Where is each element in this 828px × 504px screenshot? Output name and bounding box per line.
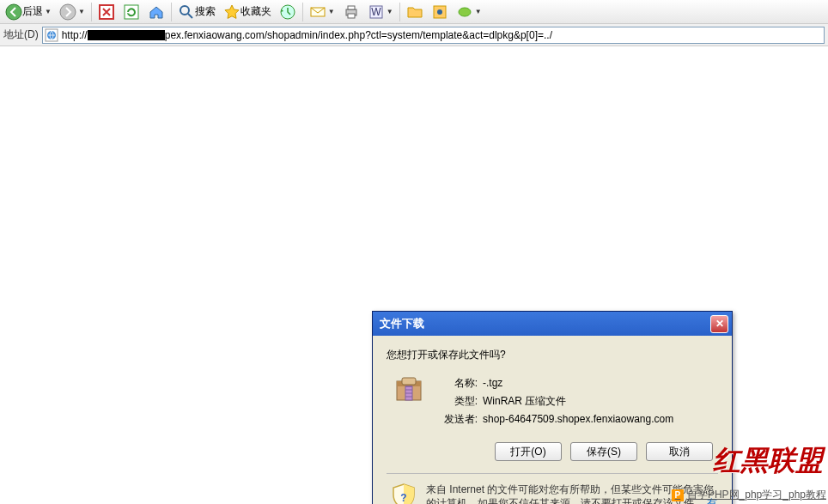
address-bar: 地址(D) http://pex.fenxiaowang.com/shopadm…: [0, 24, 828, 46]
sender-value: shop-64647509.shopex.fenxiaowang.com: [483, 410, 673, 428]
svg-point-0: [6, 4, 21, 20]
svg-rect-9: [348, 14, 355, 18]
folder-icon: [406, 3, 423, 21]
save-button[interactable]: 保存(S): [570, 442, 637, 461]
php-icon: P: [672, 489, 684, 501]
shield-warning-icon: ?: [390, 483, 417, 504]
type-label: 类型:: [436, 392, 478, 410]
footer-link[interactable]: P 自学PHP网_php学习_php教程: [672, 488, 826, 502]
forward-icon: [59, 3, 76, 21]
dropdown-icon: ▼: [475, 8, 482, 15]
dialog-buttons: 打开(O) 保存(S) 取消: [387, 442, 718, 461]
svg-text:W: W: [371, 6, 381, 18]
warning-section: ? 来自 Internet 的文件可能对您有所帮助，但某些文件可能危害您的计算机…: [387, 473, 718, 504]
leaf-icon: [456, 3, 473, 21]
stop-icon: [98, 3, 115, 21]
svg-rect-8: [348, 6, 355, 9]
svg-rect-20: [402, 378, 416, 385]
close-button[interactable]: ✕: [710, 315, 728, 333]
svg-point-4: [180, 6, 189, 15]
svg-point-1: [60, 4, 76, 20]
tool-icon: [431, 3, 448, 21]
svg-rect-3: [125, 5, 138, 19]
print-button[interactable]: [339, 2, 363, 22]
type-value: WinRAR 压缩文件: [483, 392, 566, 410]
history-icon: [279, 3, 296, 21]
url-prefix: http://: [62, 29, 88, 41]
name-value: -.tgz: [483, 374, 502, 392]
stop-button[interactable]: [94, 2, 119, 22]
plugin-button[interactable]: ▼: [453, 2, 485, 22]
tool-button[interactable]: [428, 2, 452, 22]
url-redacted: [88, 30, 165, 40]
home-icon: [148, 3, 165, 21]
svg-point-13: [437, 9, 442, 15]
folder-button[interactable]: [403, 2, 427, 22]
svg-point-14: [459, 8, 471, 16]
url-text: pex.fenxiaowang.com/shopadmin/index.php?…: [165, 29, 552, 41]
dropdown-icon: ▼: [45, 8, 52, 15]
sender-label: 发送者:: [436, 410, 478, 428]
search-icon: [178, 3, 195, 21]
ie-page-icon: [45, 28, 58, 42]
svg-text:?: ?: [400, 492, 406, 504]
browser-toolbar: 后退 ▼ ▼ 搜索 收藏夹 ▼ W▼ ▼: [0, 0, 828, 24]
back-label: 后退: [22, 4, 43, 19]
refresh-icon: [123, 3, 140, 21]
winrar-icon: [393, 374, 424, 405]
page-content: 文件下载 ✕ 您想打开或保存此文件吗? 名称:-.tgz 类型:WinRAR 压…: [0, 46, 828, 504]
back-icon: [5, 3, 22, 21]
download-dialog: 文件下载 ✕ 您想打开或保存此文件吗? 名称:-.tgz 类型:WinRAR 压…: [372, 311, 733, 504]
refresh-button[interactable]: [119, 2, 143, 22]
favorites-label: 收藏夹: [240, 4, 271, 19]
footer-link-text: 自学PHP网_php学习_php教程: [687, 488, 826, 502]
favorites-button[interactable]: 收藏夹: [220, 2, 275, 22]
edit-button[interactable]: W▼: [364, 2, 397, 22]
address-input[interactable]: http://pex.fenxiaowang.com/shopadmin/ind…: [42, 27, 825, 44]
mail-icon: [309, 3, 326, 21]
dialog-title: 文件下载: [376, 316, 424, 331]
file-fields: 名称:-.tgz 类型:WinRAR 压缩文件 发送者:shop-6464750…: [436, 374, 718, 428]
edit-icon: W: [368, 3, 385, 21]
back-button[interactable]: 后退 ▼: [2, 2, 55, 22]
search-label: 搜索: [195, 4, 216, 19]
forward-button[interactable]: ▼: [56, 2, 88, 22]
dialog-titlebar[interactable]: 文件下载 ✕: [373, 312, 732, 336]
search-button[interactable]: 搜索: [174, 2, 219, 22]
home-button[interactable]: [144, 2, 168, 22]
open-button[interactable]: 打开(O): [495, 442, 562, 461]
mail-button[interactable]: ▼: [306, 2, 338, 22]
dropdown-icon: ▼: [78, 8, 85, 15]
dropdown-icon: ▼: [328, 8, 335, 15]
star-icon: [223, 3, 240, 21]
name-label: 名称:: [436, 374, 478, 392]
address-label: 地址(D): [3, 27, 39, 42]
file-info: 名称:-.tgz 类型:WinRAR 压缩文件 发送者:shop-6464750…: [387, 374, 718, 428]
history-button[interactable]: [276, 2, 300, 22]
separator: [91, 3, 92, 21]
separator: [399, 3, 400, 21]
separator: [302, 3, 303, 21]
dialog-question: 您想打开或保存此文件吗?: [387, 348, 718, 362]
print-icon: [343, 3, 360, 21]
cancel-button[interactable]: 取消: [646, 442, 713, 461]
dropdown-icon: ▼: [387, 8, 393, 15]
separator: [171, 3, 172, 21]
watermark-text: 红黑联盟: [713, 442, 823, 480]
close-icon: ✕: [715, 318, 724, 330]
dialog-body: 您想打开或保存此文件吗? 名称:-.tgz 类型:WinRAR 压缩文件 发送者…: [373, 336, 732, 504]
